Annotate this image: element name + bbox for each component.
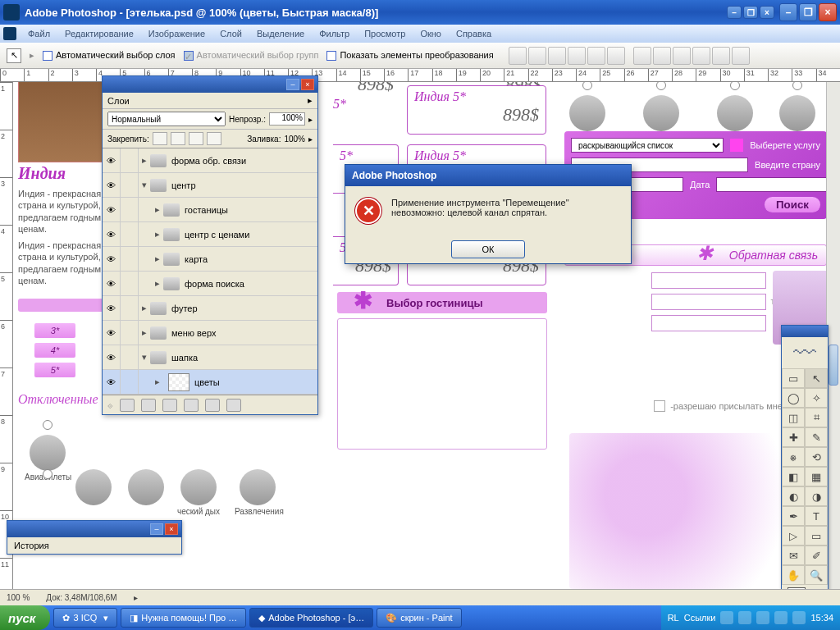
visibility-toggle[interactable]: 👁 xyxy=(103,321,121,345)
layer-mask-button[interactable] xyxy=(141,399,156,412)
doc-close-button[interactable]: × xyxy=(760,6,774,19)
brush-tool[interactable]: ✎ xyxy=(805,427,828,447)
panel-minimize-button[interactable]: – xyxy=(150,523,163,535)
taskbar-item-paint[interactable]: 🎨 скрин - Paint xyxy=(377,608,462,628)
eraser-tool[interactable]: ◧ xyxy=(782,467,805,486)
layer-fx-button[interactable] xyxy=(120,399,135,412)
layer-row[interactable]: 👁▾центр xyxy=(103,173,317,198)
visibility-toggle[interactable]: 👁 xyxy=(103,148,121,172)
service-select[interactable]: раскрывающийся список xyxy=(571,138,724,153)
feedback-phone-input[interactable] xyxy=(651,294,766,310)
star-3-button[interactable]: 3* xyxy=(34,323,75,338)
maximize-button[interactable]: ❐ xyxy=(799,3,817,21)
fill-field[interactable]: 100% xyxy=(284,135,305,144)
date-to-input[interactable] xyxy=(716,177,829,192)
visibility-toggle[interactable]: 👁 xyxy=(103,272,121,295)
doc-minimize-button[interactable]: – xyxy=(727,6,742,19)
layers-list[interactable]: 👁▸форма обр. связи👁▾центр👁▸гостаницы👁▸це… xyxy=(103,148,317,395)
zoom-tool[interactable]: 🔍 xyxy=(805,565,828,585)
service-fun[interactable]: Развлечения xyxy=(235,469,281,516)
star-5-button[interactable]: 5* xyxy=(34,363,75,377)
eyedropper-tool[interactable]: ✐ xyxy=(805,546,828,565)
lock-transparency-button[interactable] xyxy=(153,132,167,145)
dialog-titlebar[interactable]: Adobe Photoshop xyxy=(345,165,631,186)
star-4-button[interactable]: 4* xyxy=(34,343,75,358)
visibility-toggle[interactable]: 👁 xyxy=(103,247,121,271)
slice-tool[interactable]: ⌗ xyxy=(805,408,828,427)
opacity-field[interactable]: 100% xyxy=(269,112,305,126)
lasso-tool[interactable]: ◯ xyxy=(782,388,805,408)
heal-tool[interactable]: ✚ xyxy=(782,427,805,447)
start-button[interactable]: пуск xyxy=(0,605,50,630)
service-item[interactable] xyxy=(25,469,71,484)
tray-icon[interactable] xyxy=(738,611,751,624)
move-tool[interactable]: ↖ xyxy=(805,368,828,388)
menu-file[interactable]: Файл xyxy=(21,27,57,40)
type-tool[interactable]: T xyxy=(805,506,828,526)
menu-image[interactable]: Изображение xyxy=(142,27,212,40)
lock-all-button[interactable] xyxy=(207,132,221,145)
layers-panel-titlebar[interactable]: –× xyxy=(103,76,317,93)
visibility-toggle[interactable]: 👁 xyxy=(103,222,121,246)
menu-select[interactable]: Выделение xyxy=(250,27,311,40)
layer-row[interactable]: 👁▸гостаницы xyxy=(103,198,317,222)
menu-window[interactable]: Окно xyxy=(413,27,448,40)
system-tray[interactable]: RL Ссылки 15:34 xyxy=(661,605,840,630)
layer-row[interactable]: 👁▸футер xyxy=(103,296,317,321)
menu-layer[interactable]: Слой xyxy=(213,27,249,40)
notes-tool[interactable]: ✉ xyxy=(782,546,805,565)
layer-row[interactable]: 👁▸карта xyxy=(103,247,317,272)
gradient-tool[interactable]: ▦ xyxy=(805,467,828,486)
panel-close-button[interactable]: × xyxy=(165,523,178,535)
show-transform-checkbox[interactable]: Показать элементы преобразования xyxy=(326,50,493,61)
panel-close-button[interactable]: × xyxy=(301,79,314,90)
dodge-tool[interactable]: ◑ xyxy=(805,486,828,506)
lock-image-button[interactable] xyxy=(171,132,185,145)
visibility-toggle[interactable]: 👁 xyxy=(103,198,121,221)
tools-panel-titlebar[interactable] xyxy=(782,326,828,337)
delete-layer-button[interactable] xyxy=(226,399,241,412)
menu-edit[interactable]: Редактирование xyxy=(58,27,140,40)
visibility-toggle[interactable]: 👁 xyxy=(103,345,121,369)
tray-icon[interactable] xyxy=(756,611,769,624)
ok-button[interactable]: ОК xyxy=(451,240,525,258)
history-panel-titlebar[interactable]: –× xyxy=(7,521,181,537)
doc-restore-button[interactable]: ❐ xyxy=(743,6,758,19)
search-button[interactable]: Поиск xyxy=(765,197,820,212)
visibility-toggle[interactable]: 👁 xyxy=(103,173,121,197)
taskbar-item-photoshop[interactable]: ◆ Adobe Photoshop - [э… xyxy=(249,608,373,628)
feedback-name-input[interactable] xyxy=(651,272,766,289)
visibility-toggle[interactable]: 👁 xyxy=(103,296,121,320)
feedback-email-input[interactable] xyxy=(651,315,766,331)
hand-tool[interactable]: ✋ xyxy=(782,565,805,585)
zoom-level[interactable]: 100 % xyxy=(7,593,30,602)
taskbar-item-browser[interactable]: ◨ Нужна помощь! Про … xyxy=(121,608,246,628)
layer-row[interactable]: 👁▾шапка xyxy=(103,345,317,370)
crop-tool[interactable]: ◫ xyxy=(782,408,805,427)
minimize-button[interactable]: – xyxy=(779,3,797,21)
align-buttons[interactable] xyxy=(509,47,750,65)
menu-help[interactable]: Справка xyxy=(450,27,498,40)
auto-select-layer-checkbox[interactable]: Автоматический выбор слоя xyxy=(43,50,176,61)
new-layer-button[interactable] xyxy=(205,399,220,412)
history-brush-tool[interactable]: ⟲ xyxy=(805,447,828,467)
tray-icon[interactable] xyxy=(774,611,788,624)
service-romantic[interactable]: ческий дых xyxy=(176,469,221,516)
language-indicator[interactable]: RL xyxy=(668,613,679,623)
history-panel[interactable]: –× История xyxy=(7,520,182,555)
layer-row[interactable]: 👁▸меню верх xyxy=(103,321,317,345)
blend-mode-select[interactable]: Нормальный xyxy=(107,112,226,126)
tray-icon[interactable] xyxy=(720,611,733,624)
layers-tab[interactable]: Слои▸ xyxy=(103,93,317,109)
layer-row[interactable]: 👁▸форма поиска xyxy=(103,272,317,296)
shape-tool[interactable]: ▭ xyxy=(805,526,828,546)
layers-panel[interactable]: –× Слои▸ Нормальный Непрозр.: 100%▸ Закр… xyxy=(102,75,318,415)
adjustment-button[interactable] xyxy=(184,399,199,412)
service-item[interactable] xyxy=(71,469,116,507)
service-item[interactable] xyxy=(123,469,169,507)
history-tab[interactable]: История xyxy=(7,537,181,554)
wand-tool[interactable]: ✧ xyxy=(805,388,828,408)
layer-row[interactable]: 👁▸центр с ценами xyxy=(103,222,317,247)
tools-panel[interactable]: 〰 ▭↖ ◯✧ ◫⌗ ✚✎ ⎈⟲ ◧▦ ◐◑ ✒T ▷▭ ✉✐ ✋🔍 ⇵ xyxy=(781,325,829,630)
new-folder-button[interactable] xyxy=(162,399,177,412)
